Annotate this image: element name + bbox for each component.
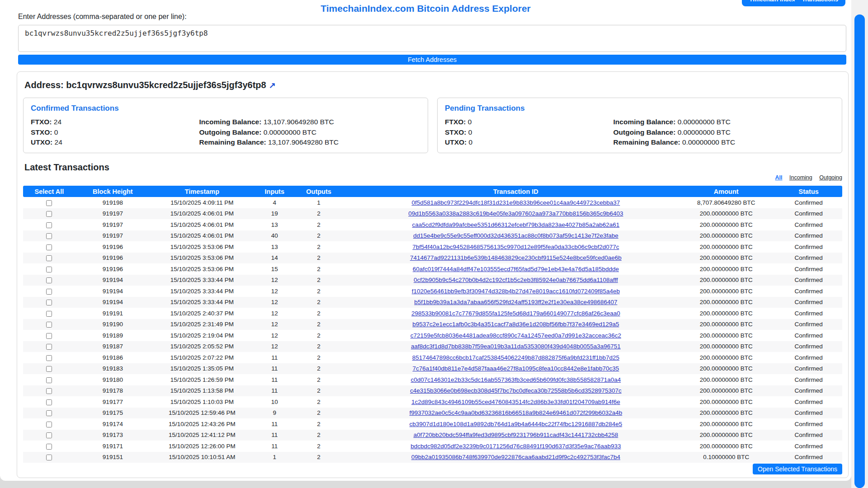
row-checkbox[interactable] [46, 300, 52, 305]
row-checkbox[interactable] [46, 322, 52, 328]
transaction-id-link[interactable]: c72159e5fcb8036e4481adea98ccf890c74a1245… [410, 332, 621, 339]
confirmed-remaining: Remaining Balance: 13,107.90649280 BTC [199, 137, 420, 148]
row-checkbox[interactable] [46, 388, 52, 394]
row-checkbox[interactable] [46, 244, 52, 250]
table-row: 91919715/10/2025 4:06:01 PM402dd15e4be9c… [23, 230, 842, 242]
cell-status: Confirmed [775, 253, 842, 264]
external-link-icon[interactable]: ↗ [269, 81, 276, 90]
cell-timestamp: 15/10/2025 1:10:03 PM [150, 396, 254, 408]
row-checkbox[interactable] [46, 200, 52, 206]
table-row: 91918715/10/2025 2:05:52 PM122aaf8dc3f1d… [23, 341, 842, 352]
row-checkbox[interactable] [46, 366, 52, 372]
transaction-id-link[interactable]: 7414677ad9221131b6e539b148463829ce230cbf… [410, 254, 622, 261]
row-checkbox[interactable] [46, 222, 52, 228]
header-transaction-id: Transaction ID [343, 186, 689, 197]
row-checkbox[interactable] [46, 377, 52, 383]
cell-status: Confirmed [775, 408, 842, 419]
cell-outputs: 2 [295, 441, 343, 452]
cell-amount: 200.00000000 BTC [689, 275, 775, 286]
address-input[interactable] [18, 25, 846, 52]
row-checkbox[interactable] [46, 432, 52, 438]
transaction-id-link[interactable]: 09bb2a01935086b748f639970de922876caa6aab… [411, 454, 620, 460]
row-checkbox[interactable] [46, 267, 52, 272]
open-selected-transactions-button[interactable]: Open Selected Transactions [753, 464, 842, 474]
row-checkbox[interactable] [46, 311, 52, 317]
row-checkbox[interactable] [46, 444, 52, 450]
cell-block-height: 919177 [75, 396, 150, 408]
cell-timestamp: 15/10/2025 12:43:26 PM [150, 418, 254, 430]
cell-block-height: 919186 [75, 352, 150, 363]
cell-outputs: 2 [295, 452, 343, 463]
row-checkbox[interactable] [46, 289, 52, 295]
transaction-id-link[interactable]: 0cf2b905b9c54c270b0b4d2c192cf1b5c2eb3f85… [414, 277, 618, 283]
scrollbar-thumb[interactable] [854, 14, 865, 488]
cell-outputs: 2 [295, 374, 343, 385]
transaction-filters: All Incoming Outgoing [23, 174, 842, 183]
cell-amount: 200.00000000 BTC [689, 219, 775, 230]
pending-incoming: Incoming Balance: 0.00000000 BTC [613, 117, 835, 127]
cell-amount: 200.00000000 BTC [689, 330, 775, 341]
transaction-id-link[interactable]: b5f1bb9b39a1a3da7abaa656f529fd24aff5193f… [414, 299, 617, 305]
transaction-id-link[interactable]: 7c76a1f40db811e7e4d587faaa46e27f8a1095c8… [412, 365, 619, 372]
transaction-id-link[interactable]: c4e315b3066e0b698ecb308d45f7bc7bc0dfeca3… [410, 387, 622, 394]
transaction-id-link[interactable]: dd15e4be9c55e9c55eff000d32d436351ac88c0f… [413, 232, 618, 239]
transaction-id-link[interactable]: 7bf54f40a12bc945284685756135c9970d12e89f… [412, 244, 619, 250]
row-checkbox[interactable] [46, 211, 52, 217]
cell-status: Confirmed [775, 385, 842, 397]
transaction-id-link[interactable]: 85174647898cc6bcb17caf2538454062249b87d8… [412, 354, 619, 361]
row-checkbox[interactable] [46, 355, 52, 361]
transaction-id-link[interactable]: 60afc019f7444a84dff47e103555ecd7f65fad5d… [413, 266, 619, 272]
cell-outputs: 2 [295, 297, 343, 308]
transaction-id-link[interactable]: bdcbdc982d05df2e3239b9c0171256d76c88491f… [410, 443, 621, 450]
cell-outputs: 2 [295, 330, 343, 341]
filter-outgoing-link[interactable]: Outgoing [819, 174, 842, 181]
transaction-id-link[interactable]: aaf8dc3f1d8d7bb838b7f59ea019b3a11da53530… [411, 343, 621, 350]
cell-block-height: 919194 [75, 286, 150, 297]
row-checkbox[interactable] [46, 399, 52, 405]
cell-inputs: 12 [254, 275, 295, 286]
transaction-id-link[interactable]: a0f720bb20bdc594ffa9fed3d9895cbf9231796b… [413, 432, 618, 438]
transaction-id-link[interactable]: f9937032ae0c5c4c9aa0bd63236816b66518a9b8… [410, 409, 623, 416]
transaction-id-link[interactable]: 0f5d581a8bc973f2294dfc18f31d231e9b833b96… [411, 199, 620, 206]
transaction-id-link[interactable]: c0d07c146301e2b33c5dc16ab557363fb3ced65b… [411, 376, 621, 383]
cell-status: Confirmed [775, 241, 842, 253]
pending-outgoing: Outgoing Balance: 0.00000000 BTC [613, 127, 835, 138]
row-checkbox[interactable] [46, 255, 52, 261]
utxo-value: 24 [55, 138, 62, 146]
confirmed-stxo: STXO: 0 [31, 127, 195, 138]
cell-amount: 200.00000000 BTC [689, 418, 775, 430]
filter-incoming-link[interactable]: Incoming [789, 174, 812, 181]
cell-status: Confirmed [775, 352, 842, 363]
row-checkbox[interactable] [46, 333, 52, 339]
ftxo-label: FTXO: [31, 118, 52, 126]
row-checkbox[interactable] [46, 344, 52, 350]
scrollbar-track[interactable] [851, 0, 868, 488]
transaction-id-link[interactable]: cb3907d1d180e108d1a9892db764d1a9b4a6444b… [410, 421, 623, 427]
filter-all-link[interactable]: All [775, 174, 783, 181]
cell-status: Confirmed [775, 197, 842, 208]
cell-inputs: 12 [254, 297, 295, 308]
cell-outputs: 2 [295, 363, 343, 375]
cell-timestamp: 15/10/2025 10:10:51 AM [150, 452, 254, 463]
confirmed-utxo: UTXO: 24 [31, 137, 195, 148]
cell-amount: 200.00000000 BTC [689, 352, 775, 363]
transaction-id-link[interactable]: 298533b90081c7c77679d855fa125fe5d68d179a… [411, 310, 620, 317]
header-select-all[interactable]: Select All [23, 186, 75, 197]
main-page: Timechain Index Transactions TimechainIn… [0, 0, 851, 481]
row-checkbox[interactable] [46, 422, 52, 427]
table-row: 91917715/10/2025 1:10:03 PM1021c2d89c843… [23, 396, 842, 408]
cell-status: Confirmed [775, 418, 842, 430]
row-checkbox[interactable] [46, 277, 52, 283]
cell-block-height: 919197 [75, 230, 150, 242]
row-checkbox[interactable] [46, 410, 52, 416]
row-checkbox[interactable] [46, 455, 52, 460]
row-checkbox[interactable] [46, 233, 52, 239]
transaction-id-link[interactable]: 1c2d89c843c4946109b55ced4760843514fc2d86… [411, 399, 620, 405]
transaction-id-link[interactable]: 09d1b5563a0338a2883c619b4e05fe3a097602aa… [408, 210, 623, 217]
cell-outputs: 2 [295, 352, 343, 363]
fetch-addresses-button[interactable]: Fetch Addresses [18, 55, 846, 65]
transaction-id-link[interactable]: f1020e56461bb9efb3f309474d328b4b27d47e80… [412, 288, 620, 295]
transaction-id-link[interactable]: b9537c2e1ecc1afb0c3b4a351cacf7a8d36e1d20… [412, 321, 619, 328]
cell-inputs: 11 [254, 352, 295, 363]
transaction-id-link[interactable]: caa5cd2f9dfda99afcbee5351d66312efcebf79b… [412, 221, 620, 228]
